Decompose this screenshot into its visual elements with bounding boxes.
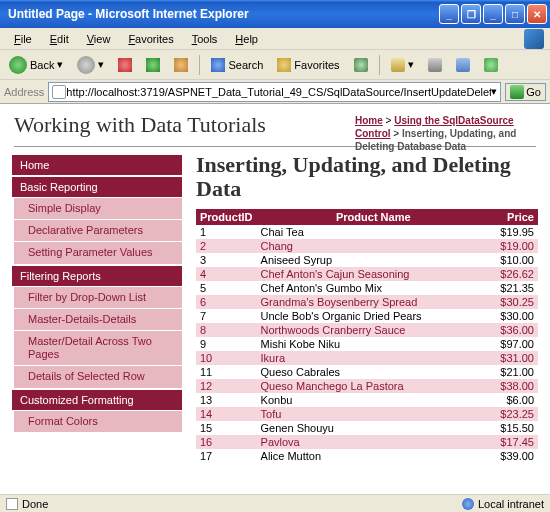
cell-id: 3 (196, 253, 257, 267)
messenger-icon (484, 58, 498, 72)
favorites-button[interactable]: Favorites (272, 55, 344, 75)
forward-icon (77, 56, 95, 74)
cell-name: Queso Manchego La Pastora (257, 379, 490, 393)
page-heading: Inserting, Updating, and Deleting Data (196, 153, 538, 201)
cell-price: $21.35 (490, 281, 538, 295)
address-label: Address (4, 86, 44, 98)
cell-name: Chai Tea (257, 225, 490, 239)
window-titlebar: Untitled Page - Microsoft Internet Explo… (0, 0, 550, 28)
table-row: 14Tofu$23.25 (196, 407, 538, 421)
go-button[interactable]: Go (505, 83, 546, 101)
cell-id: 6 (196, 295, 257, 309)
chevron-down-icon[interactable]: ▾ (491, 85, 497, 98)
table-row: 5Chef Anton's Gumbo Mix$21.35 (196, 281, 538, 295)
table-row: 15Genen Shouyu$15.50 (196, 421, 538, 435)
cell-id: 11 (196, 365, 257, 379)
cell-price: $30.25 (490, 295, 538, 309)
menu-view[interactable]: View (79, 31, 119, 47)
zone-text: Local intranet (478, 498, 544, 510)
refresh-button[interactable] (141, 55, 165, 75)
edit-button[interactable] (451, 55, 475, 75)
sidebar: HomeBasic ReportingSimple DisplayDeclara… (0, 153, 182, 463)
address-box[interactable]: ▾ (48, 82, 501, 102)
stop-button[interactable] (113, 55, 137, 75)
mail-icon (391, 58, 405, 72)
minimize-button[interactable]: _ (439, 4, 459, 24)
sidebar-item[interactable]: Filter by Drop-Down List (14, 286, 182, 308)
sidebar-item[interactable]: Details of Selected Row (14, 365, 182, 387)
col-productname: Product Name (257, 209, 490, 225)
sidebar-item[interactable]: Declarative Parameters (14, 219, 182, 241)
favorites-label: Favorites (294, 59, 339, 71)
menu-file[interactable]: File (6, 31, 40, 47)
search-button[interactable]: Search (206, 55, 268, 75)
back-button[interactable]: Back ▾ (4, 53, 68, 77)
history-icon (354, 58, 368, 72)
cell-price: $19.00 (490, 239, 538, 253)
breadcrumb-home[interactable]: Home (355, 115, 383, 126)
sidebar-header[interactable]: Home (12, 155, 182, 175)
sidebar-item[interactable]: Simple Display (14, 197, 182, 219)
menu-edit[interactable]: Edit (42, 31, 77, 47)
separator (199, 55, 200, 75)
cell-name: Grandma's Boysenberry Spread (257, 295, 490, 309)
go-icon (510, 85, 524, 99)
sidebar-item[interactable]: Setting Parameter Values (14, 241, 182, 263)
window-title: Untitled Page - Microsoft Internet Explo… (3, 7, 439, 21)
address-input[interactable] (66, 86, 491, 98)
maximize-button[interactable]: □ (505, 4, 525, 24)
cell-price: $30.00 (490, 309, 538, 323)
history-button[interactable] (349, 55, 373, 75)
cell-price: $36.00 (490, 323, 538, 337)
cell-name: Chef Anton's Gumbo Mix (257, 281, 490, 295)
restore-button[interactable]: ❐ (461, 4, 481, 24)
print-button[interactable] (423, 55, 447, 75)
toolbar: Back ▾ ▾ Search Favorites ▾ (0, 50, 550, 80)
print-icon (428, 58, 442, 72)
messenger-button[interactable] (479, 55, 503, 75)
cell-price: $17.45 (490, 435, 538, 449)
cell-price: $15.50 (490, 421, 538, 435)
page-content: Working with Data Tutorials Home > Using… (0, 104, 550, 494)
menu-favorites[interactable]: Favorites (120, 31, 181, 47)
status-text: Done (22, 498, 48, 510)
chevron-down-icon: ▾ (408, 58, 414, 71)
menu-help[interactable]: Help (227, 31, 266, 47)
cell-price: $10.00 (490, 253, 538, 267)
cell-price: $19.95 (490, 225, 538, 239)
cell-id: 1 (196, 225, 257, 239)
mail-button[interactable]: ▾ (386, 55, 419, 75)
cell-name: Pavlova (257, 435, 490, 449)
cell-id: 12 (196, 379, 257, 393)
sidebar-item[interactable]: Format Colors (14, 410, 182, 432)
sidebar-header[interactable]: Filtering Reports (12, 266, 182, 286)
table-row: 3Aniseed Syrup$10.00 (196, 253, 538, 267)
cell-price: $6.00 (490, 393, 538, 407)
sidebar-item[interactable]: Master-Details-Details (14, 308, 182, 330)
table-row: 12Queso Manchego La Pastora$38.00 (196, 379, 538, 393)
status-bar: Done Local intranet (0, 494, 550, 512)
close-button[interactable]: ✕ (527, 4, 547, 24)
cell-id: 15 (196, 421, 257, 435)
back-label: Back (30, 59, 54, 71)
done-icon (6, 498, 18, 510)
forward-button[interactable]: ▾ (72, 53, 109, 77)
minimize2-button[interactable]: _ (483, 4, 503, 24)
search-label: Search (228, 59, 263, 71)
cell-name: Mishi Kobe Niku (257, 337, 490, 351)
stop-icon (118, 58, 132, 72)
cell-id: 4 (196, 267, 257, 281)
cell-id: 16 (196, 435, 257, 449)
col-productid: ProductID (196, 209, 257, 225)
cell-name: Uncle Bob's Organic Dried Pears (257, 309, 490, 323)
table-row: 7Uncle Bob's Organic Dried Pears$30.00 (196, 309, 538, 323)
sidebar-header[interactable]: Basic Reporting (12, 177, 182, 197)
home-button[interactable] (169, 55, 193, 75)
sidebar-header[interactable]: Customized Formatting (12, 390, 182, 410)
table-row: 13Konbu$6.00 (196, 393, 538, 407)
menu-tools[interactable]: Tools (184, 31, 226, 47)
separator (379, 55, 380, 75)
sidebar-item[interactable]: Master/Detail Across Two Pages (14, 330, 182, 365)
cell-name: Ikura (257, 351, 490, 365)
table-row: 6Grandma's Boysenberry Spread$30.25 (196, 295, 538, 309)
